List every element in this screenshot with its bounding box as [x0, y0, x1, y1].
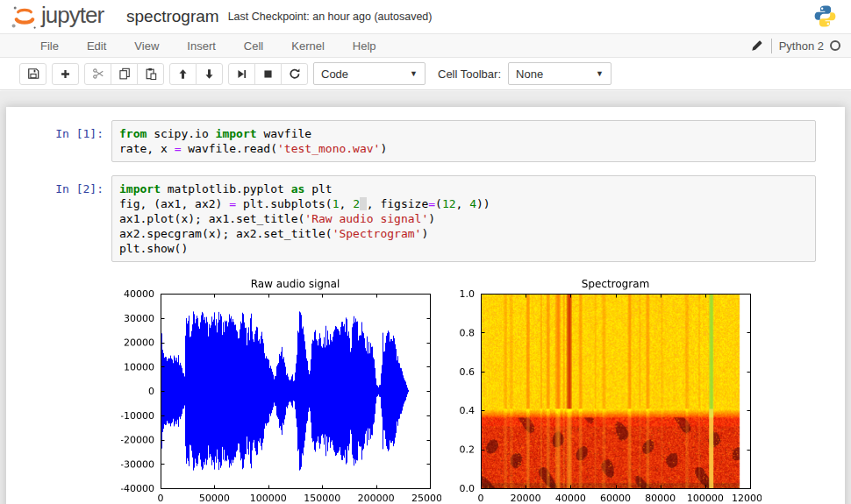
- code-editor[interactable]: from scipy.io import wavfilerate, x = wa…: [119, 126, 808, 156]
- menu-item-insert[interactable]: Insert: [173, 39, 230, 53]
- kernel-idle-icon: [830, 40, 840, 51]
- cell-type-select[interactable]: Code ▼: [313, 62, 426, 85]
- jupyter-logo[interactable]: jupyter: [11, 3, 104, 31]
- chevron-down-icon: ▼: [410, 69, 418, 78]
- move-cell-down-button[interactable]: [196, 63, 223, 85]
- page-background: In [1]: from scipy.io import wavfilerate…: [0, 91, 851, 504]
- menu-item-kernel[interactable]: Kernel: [277, 39, 339, 53]
- toolbar: Code ▼ Cell Toolbar: None ▼: [0, 58, 851, 90]
- step-forward-icon: [236, 68, 247, 80]
- run-cell-button[interactable]: [228, 63, 255, 85]
- input-prompt: In [2]:: [6, 175, 111, 262]
- raw-audio-signal-plot: [121, 275, 441, 504]
- plus-icon: [60, 68, 71, 80]
- cell-toolbar-label: Cell Toolbar:: [438, 67, 501, 81]
- save-icon: [27, 67, 39, 80]
- cell-toolbar-select[interactable]: None ▼: [508, 62, 611, 85]
- menu-item-file[interactable]: File: [26, 39, 73, 53]
- menu-item-view[interactable]: View: [120, 39, 173, 53]
- notebook-header: jupyter spectrogram Last Checkpoint: an …: [0, 0, 851, 33]
- menu-bar: File Edit View Insert Cell Kernel Help P…: [0, 33, 851, 58]
- add-cell-button[interactable]: [52, 63, 79, 85]
- cell-toolbar-value: None: [516, 67, 543, 81]
- menu-divider: [771, 39, 772, 53]
- code-editor[interactable]: import matplotlib.pyplot as pltfig, (ax1…: [119, 181, 808, 256]
- notebook-title[interactable]: spectrogram: [126, 7, 219, 26]
- notebook-container: In [1]: from scipy.io import wavfilerate…: [6, 107, 845, 504]
- save-button[interactable]: [19, 63, 46, 85]
- cell-output-area: [6, 275, 845, 504]
- paste-cell-button[interactable]: [137, 63, 164, 85]
- input-prompt: In [1]:: [6, 120, 111, 162]
- arrow-down-icon: [204, 68, 215, 80]
- interrupt-kernel-button[interactable]: [254, 63, 282, 85]
- menu-item-edit[interactable]: Edit: [73, 39, 120, 53]
- paste-icon: [145, 67, 157, 80]
- menu-item-cell[interactable]: Cell: [230, 39, 277, 53]
- checkpoint-status: Last Checkpoint: an hour ago (autosaved): [228, 11, 433, 23]
- copy-icon: [118, 67, 131, 80]
- move-cell-up-button[interactable]: [169, 63, 197, 85]
- code-cell-input[interactable]: from scipy.io import wavfilerate, x = wa…: [111, 120, 816, 162]
- stop-icon: [262, 68, 274, 80]
- chevron-down-icon: ▼: [596, 69, 604, 78]
- code-cell-1[interactable]: In [1]: from scipy.io import wavfilerate…: [6, 120, 845, 162]
- jupyter-logo-text: jupyter: [41, 2, 104, 29]
- python-logo-icon: [813, 4, 837, 28]
- jupyter-logo-icon: [11, 3, 39, 31]
- spectrogram-plot: [441, 275, 762, 504]
- copy-cell-button[interactable]: [111, 63, 138, 85]
- restart-icon: [289, 67, 301, 80]
- scissors-icon: [92, 67, 104, 80]
- cell-type-value: Code: [321, 67, 348, 81]
- code-cell-input[interactable]: import matplotlib.pyplot as pltfig, (ax1…: [111, 175, 816, 262]
- edit-mode-pencil-icon: [751, 39, 763, 52]
- menu-item-help[interactable]: Help: [339, 39, 390, 53]
- cut-cell-button[interactable]: [84, 63, 111, 85]
- kernel-name: Python 2: [779, 39, 824, 53]
- restart-kernel-button[interactable]: [281, 63, 308, 85]
- arrow-up-icon: [177, 68, 189, 80]
- code-cell-2[interactable]: In [2]: import matplotlib.pyplot as pltf…: [6, 175, 845, 262]
